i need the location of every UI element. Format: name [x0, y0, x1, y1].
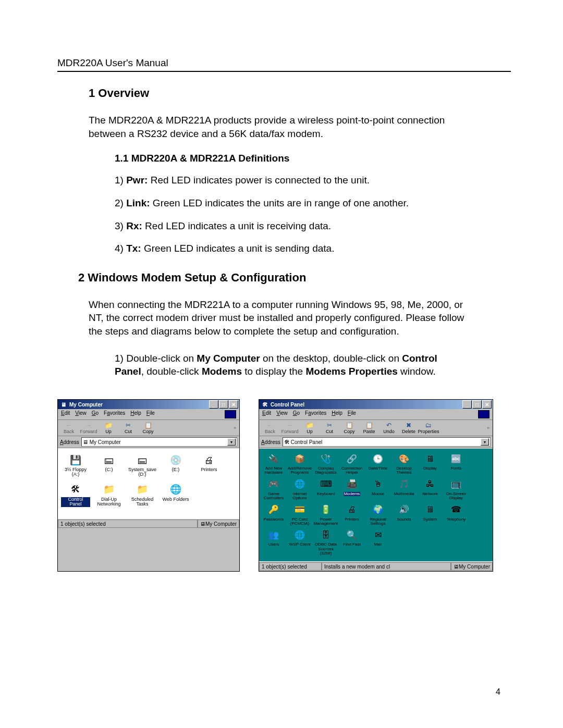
- forward-button[interactable]: →Forward: [281, 421, 299, 435]
- undo-button[interactable]: ↶Undo: [380, 421, 398, 435]
- cut-button[interactable]: ✂Cut: [119, 421, 137, 435]
- delete-button[interactable]: ✖Delete: [400, 421, 418, 435]
- icon-floppy[interactable]: 💾3½ Floppy (A:): [61, 454, 90, 477]
- properties-button[interactable]: 🗂Properties: [420, 421, 437, 435]
- icon-drive-c[interactable]: 🖴(C:): [94, 454, 124, 472]
- address-field[interactable]: 🛠 Control Panel ▾: [283, 437, 491, 447]
- back-icon: ←: [265, 422, 275, 429]
- icon-fonts[interactable]: 🔤Fonts: [444, 453, 469, 471]
- drive-d-icon: 🖴: [135, 454, 150, 466]
- forward-button[interactable]: →Forward: [80, 421, 97, 435]
- icon-keyboard[interactable]: ⌨Keyboard: [313, 478, 338, 496]
- menu-go[interactable]: Go: [92, 410, 99, 418]
- icon-modems[interactable]: 📠Modems: [339, 478, 364, 496]
- icon-multimedia[interactable]: 🎵Multimedia: [391, 478, 417, 496]
- address-value: My Computer: [90, 439, 121, 445]
- findfast-icon: 🔍: [345, 529, 359, 541]
- toolbar-more-icon[interactable]: »: [487, 425, 491, 430]
- titlebar[interactable]: 🛠 Control Panel _ □ ✕: [259, 400, 493, 409]
- menu-view[interactable]: View: [276, 410, 288, 418]
- icon-compaq[interactable]: 🩺Compaq Diagnostics: [313, 453, 338, 475]
- titlebar[interactable]: 🖥 My Computer _ □ ✕: [58, 400, 239, 409]
- paste-button[interactable]: 📋Paste: [360, 421, 378, 435]
- cut-button[interactable]: ✂Cut: [321, 421, 338, 435]
- printers-icon: 🖨: [345, 504, 359, 516]
- menu-edit[interactable]: Edit: [262, 410, 271, 418]
- page-number: 4: [496, 687, 500, 697]
- def-tx: 4) Tx: Green LED indicates a unit is sen…: [115, 242, 459, 255]
- icon-game[interactable]: 🎮Game Controllers: [261, 478, 286, 501]
- up-button[interactable]: 📁Up: [301, 421, 319, 435]
- icon-mail[interactable]: ✉Mail: [365, 529, 390, 547]
- up-button[interactable]: 📁Up: [100, 421, 117, 435]
- menu-file[interactable]: File: [348, 410, 356, 418]
- scheduled-icon: 📁: [135, 484, 150, 496]
- icon-display[interactable]: 🖥Display: [418, 453, 443, 471]
- menu-help[interactable]: Help: [332, 410, 342, 418]
- wsp-icon: 🌐: [292, 529, 307, 541]
- icon-printers[interactable]: 🖨Printers: [339, 504, 364, 522]
- menu-file[interactable]: File: [146, 410, 155, 418]
- copy-button[interactable]: 📋Copy: [340, 421, 358, 435]
- icon-drive-d[interactable]: 🖴System_save (D:): [128, 454, 157, 477]
- icon-web-folders[interactable]: 🌐Web Folders: [161, 484, 190, 502]
- add-remove-icon: 📦: [292, 453, 307, 465]
- icon-add-hw[interactable]: 🔌Add New Hardware: [261, 453, 286, 475]
- icon-findfast[interactable]: 🔍Find Fast: [339, 529, 364, 547]
- icon-add-remove[interactable]: 📦Add/Remove Programs: [287, 453, 312, 475]
- icon-sounds[interactable]: 🔊Sounds: [391, 504, 417, 522]
- icon-mouse[interactable]: 🖱Mouse: [365, 478, 390, 496]
- icon-scheduled[interactable]: 📁Scheduled Tasks: [128, 484, 157, 507]
- back-button[interactable]: ←Back: [60, 421, 78, 435]
- maximize-button[interactable]: □: [472, 400, 482, 409]
- menu-help[interactable]: Help: [130, 410, 141, 418]
- maximize-button[interactable]: □: [219, 400, 228, 409]
- dropdown-icon[interactable]: ▾: [227, 438, 236, 446]
- display-icon: 🖥: [423, 453, 437, 465]
- running-header: MDR220A User's Manual: [57, 57, 511, 69]
- icon-themes[interactable]: 🎨Desktop Themes: [391, 453, 417, 475]
- icon-datetime[interactable]: 🕒Date/Time: [365, 453, 390, 471]
- icon-odbc[interactable]: 🗄ODBC Data Sources (32bit): [313, 529, 338, 556]
- menu-go[interactable]: Go: [293, 410, 300, 418]
- internet-icon: 🌐: [292, 478, 307, 491]
- icon-network[interactable]: 🖧Network: [418, 478, 443, 496]
- themes-icon: 🎨: [397, 453, 411, 465]
- ie-logo-icon: [225, 410, 236, 418]
- minimize-button[interactable]: _: [209, 400, 218, 409]
- icon-wsp[interactable]: 🌐WSP Client: [287, 529, 312, 547]
- menu-favorites[interactable]: Favorites: [104, 410, 125, 418]
- icon-users[interactable]: 👥Users: [261, 529, 286, 547]
- icon-drive-e[interactable]: 💿(E:): [161, 454, 190, 472]
- copy-button[interactable]: 📋Copy: [139, 421, 157, 435]
- close-button[interactable]: ✕: [229, 400, 238, 409]
- regional-icon: 🌍: [371, 504, 385, 516]
- back-button[interactable]: ←Back: [261, 421, 279, 435]
- dropdown-icon[interactable]: ▾: [481, 438, 489, 446]
- address-field[interactable]: 🖥 My Computer ▾: [81, 437, 237, 447]
- icon-onscreen[interactable]: 📺On-Screen Display: [444, 478, 469, 501]
- icon-pccard[interactable]: 💳PC Card (PCMCIA): [287, 504, 312, 526]
- icon-regional[interactable]: 🌍Regional Settings: [365, 504, 390, 526]
- minimize-button[interactable]: _: [462, 400, 472, 409]
- multimedia-icon: 🎵: [397, 478, 411, 491]
- menu-view[interactable]: View: [75, 410, 87, 418]
- icon-dialup[interactable]: 📁Dial-Up Networking: [94, 484, 124, 507]
- close-button[interactable]: ✕: [482, 400, 492, 409]
- menu-edit[interactable]: Edit: [61, 410, 70, 418]
- icon-control-panel[interactable]: 🛠Control Panel: [61, 484, 90, 507]
- modems-icon: 📠: [345, 478, 359, 491]
- icon-power[interactable]: 🔋Power Management: [313, 504, 338, 526]
- step-1: 1) Double-click on My Computer on the de…: [115, 352, 438, 378]
- icon-system[interactable]: 🖥System: [418, 504, 443, 522]
- icon-internet[interactable]: 🌐Internet Options: [287, 478, 312, 501]
- def-pwr: 1) Pwr: Red LED indicates power is conne…: [115, 174, 459, 187]
- icon-connection[interactable]: 🔗Connection Helper: [339, 453, 364, 475]
- icon-telephony[interactable]: ☎Telephony: [444, 504, 469, 522]
- toolbar-more-icon[interactable]: »: [234, 425, 237, 430]
- mail-icon: ✉: [371, 529, 385, 541]
- menu-favorites[interactable]: Favorites: [305, 410, 326, 418]
- address-label: Address: [60, 439, 79, 445]
- icon-passwords[interactable]: 🔑Passwords: [261, 504, 286, 522]
- icon-printers[interactable]: 🖨Printers: [194, 454, 224, 472]
